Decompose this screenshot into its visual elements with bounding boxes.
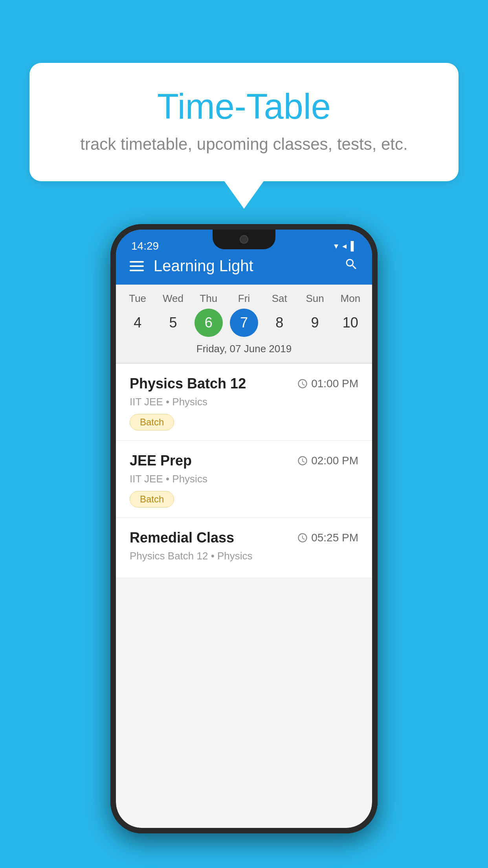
calendar-date-10[interactable]: 10 bbox=[336, 309, 365, 337]
wifi-icon: ▾ bbox=[334, 241, 338, 251]
calendar-date-7[interactable]: 7 bbox=[230, 309, 258, 337]
calendar-date-9[interactable]: 9 bbox=[301, 309, 329, 337]
schedule-item-1: Physics Batch 12 01:00 PM IIT JEE • Phys… bbox=[116, 364, 372, 441]
clock-icon-2 bbox=[297, 455, 308, 466]
day-label-wed: Wed bbox=[159, 292, 187, 305]
phone-mockup: 14:29 ▾ ◂ ▌ Learning Light bbox=[29, 224, 459, 833]
selected-date-label: Friday, 07 June 2019 bbox=[116, 337, 372, 359]
batch-badge-1: Batch bbox=[130, 414, 174, 430]
schedule-list: Physics Batch 12 01:00 PM IIT JEE • Phys… bbox=[116, 364, 372, 578]
status-time: 14:29 bbox=[131, 240, 159, 252]
batch-badge-2: Batch bbox=[130, 491, 174, 508]
schedule-item-2-title: JEE Prep bbox=[130, 452, 192, 469]
day-label-tue: Tue bbox=[123, 292, 152, 305]
status-icons: ▾ ◂ ▌ bbox=[334, 241, 357, 251]
schedule-item-3-header: Remedial Class 05:25 PM bbox=[130, 530, 358, 546]
app-title: Learning Light bbox=[154, 257, 253, 275]
schedule-item-1-title: Physics Batch 12 bbox=[130, 375, 246, 392]
speech-bubble-section: Time-Table track timetable, upcoming cla… bbox=[29, 63, 459, 209]
day-label-fri: Fri bbox=[230, 292, 258, 305]
schedule-item-2-header: JEE Prep 02:00 PM bbox=[130, 452, 358, 469]
search-button[interactable] bbox=[344, 257, 358, 275]
app-bar-left: Learning Light bbox=[130, 257, 253, 275]
signal-icon: ◂ bbox=[342, 241, 347, 251]
phone-notch bbox=[213, 230, 275, 249]
schedule-item-1-time: 01:00 PM bbox=[297, 377, 358, 390]
schedule-item-3: Remedial Class 05:25 PM Physics Batch 12… bbox=[116, 518, 372, 578]
calendar-date-4[interactable]: 4 bbox=[123, 309, 152, 337]
battery-icon: ▌ bbox=[350, 241, 357, 251]
clock-icon-3 bbox=[297, 532, 308, 543]
calendar-date-5[interactable]: 5 bbox=[159, 309, 187, 337]
day-label-sat: Sat bbox=[265, 292, 294, 305]
feature-subtitle: track timetable, upcoming classes, tests… bbox=[61, 135, 427, 154]
speech-bubble-arrow bbox=[224, 181, 264, 209]
schedule-item-1-subtitle: IIT JEE • Physics bbox=[130, 396, 358, 408]
calendar-strip: Tue Wed Thu Fri Sat Sun Mon 4 5 6 7 8 9 … bbox=[116, 285, 372, 363]
day-label-sun: Sun bbox=[301, 292, 329, 305]
calendar-days-header: Tue Wed Thu Fri Sat Sun Mon bbox=[116, 292, 372, 305]
clock-icon-1 bbox=[297, 378, 308, 389]
hamburger-menu-icon[interactable] bbox=[130, 261, 144, 271]
schedule-item-2-time: 02:00 PM bbox=[297, 454, 358, 467]
feature-title: Time-Table bbox=[61, 86, 427, 127]
speech-bubble: Time-Table track timetable, upcoming cla… bbox=[29, 63, 459, 181]
calendar-date-6[interactable]: 6 bbox=[194, 309, 223, 337]
schedule-item-2: JEE Prep 02:00 PM IIT JEE • Physics Batc… bbox=[116, 441, 372, 518]
schedule-item-1-header: Physics Batch 12 01:00 PM bbox=[130, 375, 358, 392]
phone-frame: 14:29 ▾ ◂ ▌ Learning Light bbox=[110, 224, 378, 833]
calendar-dates: 4 5 6 7 8 9 10 bbox=[116, 309, 372, 337]
calendar-date-8[interactable]: 8 bbox=[265, 309, 294, 337]
schedule-item-2-subtitle: IIT JEE • Physics bbox=[130, 473, 358, 485]
front-camera bbox=[240, 235, 248, 244]
day-label-mon: Mon bbox=[336, 292, 365, 305]
schedule-item-3-title: Remedial Class bbox=[130, 530, 234, 546]
app-screen: 14:29 ▾ ◂ ▌ Learning Light bbox=[116, 230, 372, 828]
schedule-item-3-subtitle: Physics Batch 12 • Physics bbox=[130, 550, 358, 562]
schedule-item-3-time: 05:25 PM bbox=[297, 531, 358, 544]
day-label-thu: Thu bbox=[194, 292, 223, 305]
